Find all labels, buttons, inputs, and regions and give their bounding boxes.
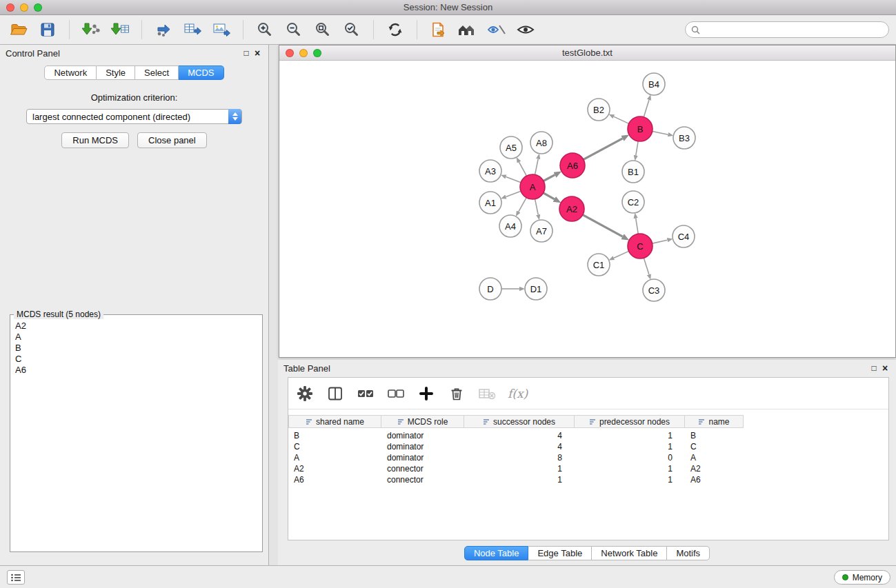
tab-style[interactable]: Style	[97, 65, 135, 80]
memory-button[interactable]: Memory	[834, 570, 890, 585]
delete-row-icon[interactable]	[447, 384, 466, 403]
search-input[interactable]	[704, 25, 883, 34]
close-table-panel-icon[interactable]: ×	[879, 363, 890, 374]
optimization-dropdown[interactable]: largest connected component (directed)	[26, 109, 242, 124]
table-cell: 0	[575, 452, 685, 463]
graph-node-A8[interactable]: A8	[530, 132, 552, 154]
graph-node-B4[interactable]: B4	[643, 73, 665, 95]
column-visibility-icon[interactable]	[326, 384, 345, 403]
graph-node-B2[interactable]: B2	[588, 99, 610, 121]
node-table-header: shared nameMCDS rolesuccessor nodesprede…	[288, 415, 888, 428]
zoom-in-icon[interactable]	[253, 18, 277, 41]
edge-B-B1[interactable]	[636, 141, 638, 156]
search-box[interactable]	[685, 21, 889, 38]
graph-node-C3[interactable]: C3	[643, 279, 665, 301]
close-panel-icon[interactable]: ×	[252, 48, 263, 59]
zoom-fit-icon[interactable]	[311, 18, 335, 41]
memory-label: Memory	[853, 573, 882, 582]
export-network-icon[interactable]	[152, 18, 175, 41]
table-cell: B	[288, 430, 381, 441]
table-cell: 1	[575, 441, 685, 452]
select-all-icon[interactable]	[356, 384, 375, 403]
column-header-MCDS-role[interactable]: MCDS role	[381, 415, 464, 428]
task-history-button[interactable]	[7, 570, 25, 585]
float-table-panel-icon[interactable]: □	[868, 363, 879, 374]
show-hide-icon[interactable]	[514, 18, 537, 41]
graph-node-D[interactable]: D	[479, 278, 501, 300]
zoom-out-icon[interactable]	[282, 18, 306, 41]
graph-node-A7[interactable]: A7	[530, 220, 552, 242]
graph-node-D1[interactable]: D1	[525, 278, 547, 300]
svg-text:D: D	[487, 284, 493, 294]
edge-A-A7[interactable]	[535, 199, 539, 215]
graph-node-C1[interactable]: C1	[588, 254, 610, 276]
edge-A6-B[interactable]	[584, 139, 623, 160]
edge-A2-C[interactable]	[583, 215, 623, 236]
edge-C-C1[interactable]	[614, 251, 629, 258]
edge-A-A2[interactable]	[544, 193, 555, 199]
column-header-name[interactable]: name	[685, 415, 744, 428]
export-image-icon[interactable]	[210, 18, 233, 41]
graph-node-B[interactable]: B	[628, 116, 653, 141]
graph-node-B3[interactable]: B3	[673, 127, 695, 149]
table-row[interactable]: A2connector11A2	[288, 463, 888, 474]
graph-node-A1[interactable]: A1	[479, 192, 501, 214]
table-row[interactable]: Cdominator41C	[288, 441, 888, 452]
mcds-result-title: MCDS result (5 nodes)	[14, 310, 103, 319]
tab-mcds[interactable]: MCDS	[179, 65, 223, 80]
edge-A-A8[interactable]	[535, 159, 539, 175]
open-session-icon[interactable]	[7, 18, 30, 41]
graph-node-A2[interactable]: A2	[559, 196, 584, 221]
graph-node-C4[interactable]: C4	[673, 225, 695, 247]
graph-node-A3[interactable]: A3	[479, 160, 501, 182]
edge-C-C4[interactable]	[653, 240, 668, 243]
graph-node-C2[interactable]: C2	[622, 191, 644, 213]
edge-B-B2[interactable]	[614, 116, 629, 123]
run-mcds-button[interactable]: Run MCDS	[61, 132, 129, 148]
tab-motifs[interactable]: Motifs	[667, 546, 710, 560]
float-panel-icon[interactable]: □	[241, 48, 252, 59]
edge-A-A1[interactable]	[506, 191, 521, 196]
tab-network[interactable]: Network	[44, 65, 97, 80]
column-header-predecessor-nodes[interactable]: predecessor nodes	[575, 415, 685, 428]
graph-node-A[interactable]: A	[520, 174, 545, 199]
tab-node-table[interactable]: Node Table	[464, 546, 529, 560]
table-row[interactable]: Bdominator41B	[288, 430, 888, 441]
graph-node-A4[interactable]: A4	[499, 215, 521, 237]
edge-A-A4[interactable]	[519, 198, 526, 212]
save-session-icon[interactable]	[36, 18, 59, 41]
tab-select[interactable]: Select	[135, 65, 179, 80]
graph-node-A6[interactable]: A6	[560, 153, 585, 178]
tab-edge-table[interactable]: Edge Table	[528, 546, 592, 560]
tab-network-table[interactable]: Network Table	[592, 546, 667, 560]
edge-C-C3[interactable]	[644, 258, 648, 274]
edge-B-B3[interactable]	[653, 132, 668, 135]
import-table-icon[interactable]	[108, 18, 132, 41]
deselect-all-icon[interactable]	[386, 384, 406, 403]
preview-icon[interactable]	[485, 18, 508, 41]
svg-text:C: C	[637, 241, 643, 252]
edge-A-A5[interactable]	[519, 162, 526, 176]
graph-node-B1[interactable]: B1	[622, 161, 644, 183]
edge-A-A3[interactable]	[506, 176, 521, 182]
close-panel-button[interactable]: Close panel	[137, 132, 207, 148]
graph-node-C[interactable]: C	[628, 234, 653, 258]
first-neighbors-icon[interactable]	[427, 18, 450, 41]
add-row-icon[interactable]	[417, 384, 436, 403]
column-header-shared-name[interactable]: shared name	[288, 415, 381, 428]
edge-A-A6[interactable]	[544, 175, 555, 181]
edge-B-B4[interactable]	[644, 100, 649, 117]
zoom-selected-icon[interactable]	[340, 18, 364, 41]
table-row[interactable]: Adominator80A	[288, 452, 888, 463]
toolbar-separator	[417, 20, 417, 39]
import-network-icon[interactable]	[79, 18, 103, 41]
table-row[interactable]: A6connector11A6	[288, 474, 888, 485]
home-icon[interactable]	[456, 18, 479, 41]
edge-C-C2[interactable]	[636, 219, 639, 234]
export-table-icon[interactable]	[181, 18, 204, 41]
settings-gear-icon[interactable]	[295, 384, 315, 403]
network-canvas[interactable]: B4B2BB3A5A8A6A3B1AA1C2A2A4A7C4CC1DD1C3	[279, 61, 895, 357]
refresh-icon[interactable]	[384, 18, 407, 41]
column-header-successor-nodes[interactable]: successor nodes	[464, 415, 575, 428]
graph-node-A5[interactable]: A5	[500, 136, 522, 159]
